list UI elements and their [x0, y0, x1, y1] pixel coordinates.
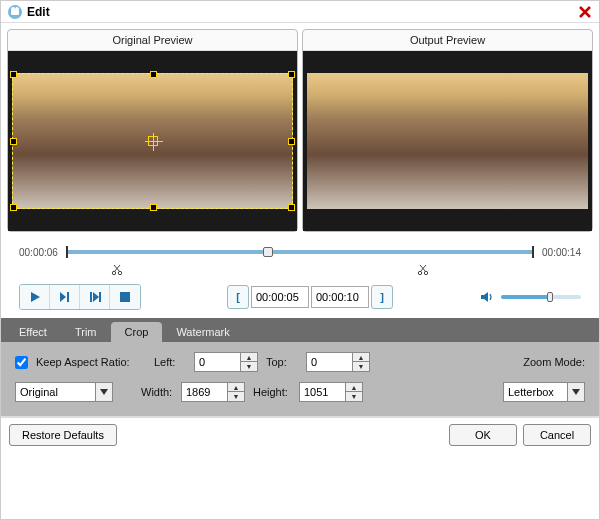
top-spin-down[interactable]: ▼ — [353, 362, 369, 371]
cancel-button[interactable]: Cancel — [523, 424, 591, 446]
zoom-combo — [503, 382, 585, 402]
stop-button[interactable] — [110, 285, 140, 309]
aspect-combo — [15, 382, 113, 402]
zoom-drop[interactable] — [567, 382, 585, 402]
step-button[interactable] — [50, 285, 80, 309]
svg-rect-10 — [99, 292, 101, 302]
height-input[interactable] — [299, 382, 345, 402]
aspect-input[interactable] — [15, 382, 95, 402]
cut-out-button[interactable] — [415, 262, 431, 278]
crop-handle-tm[interactable] — [150, 71, 157, 78]
tab-crop[interactable]: Crop — [111, 322, 163, 342]
svg-rect-9 — [90, 292, 92, 302]
crop-center-cross[interactable] — [148, 136, 158, 146]
window-title: Edit — [27, 5, 577, 19]
footer: Restore Defaults OK Cancel — [1, 416, 599, 452]
keep-aspect-label: Keep Aspect Ratio: — [36, 356, 146, 368]
top-label: Top: — [266, 356, 302, 368]
playback-group — [19, 284, 141, 310]
crop-handle-tr[interactable] — [288, 71, 295, 78]
svg-rect-8 — [67, 292, 69, 302]
keep-aspect-checkbox[interactable] — [15, 356, 28, 369]
top-spinner: ▲ ▼ — [306, 352, 370, 372]
width-spin-up[interactable]: ▲ — [228, 383, 244, 392]
app-icon — [7, 4, 23, 20]
playhead[interactable] — [263, 247, 273, 257]
left-spin-up[interactable]: ▲ — [241, 353, 257, 362]
svg-rect-11 — [120, 292, 130, 302]
crop-panel: Keep Aspect Ratio: Left: ▲ ▼ Top: ▲ ▼ — [1, 342, 599, 416]
step-icon — [58, 290, 72, 304]
left-input[interactable] — [194, 352, 240, 372]
output-preview-body — [303, 51, 592, 231]
restore-defaults-button[interactable]: Restore Defaults — [9, 424, 117, 446]
svg-point-2 — [11, 7, 15, 11]
volume-icon[interactable] — [479, 289, 495, 305]
set-out-button[interactable]: ] — [371, 285, 393, 309]
ok-button[interactable]: OK — [449, 424, 517, 446]
volume-thumb[interactable] — [547, 292, 553, 302]
crop-row-1: Keep Aspect Ratio: Left: ▲ ▼ Top: ▲ ▼ — [15, 352, 585, 372]
next-icon — [88, 290, 102, 304]
cut-in-button[interactable] — [109, 262, 125, 278]
tabs-row: Effect Trim Crop Watermark — [1, 318, 599, 342]
height-spin-down[interactable]: ▼ — [346, 392, 362, 401]
width-input[interactable] — [181, 382, 227, 402]
scissor-icon — [111, 264, 123, 276]
scissors-row — [1, 262, 599, 278]
next-button[interactable] — [80, 285, 110, 309]
height-label: Height: — [253, 386, 295, 398]
track-range[interactable] — [66, 250, 534, 254]
close-icon — [578, 5, 592, 19]
crop-handle-ml[interactable] — [10, 138, 17, 145]
in-point-value: 00:00:05 — [256, 291, 299, 303]
chevron-down-icon — [572, 389, 580, 395]
close-button[interactable] — [577, 4, 593, 20]
bracket-open-icon: [ — [236, 291, 240, 303]
original-video-frame — [12, 73, 293, 209]
output-preview-panel: Output Preview — [302, 29, 593, 232]
tab-trim[interactable]: Trim — [61, 322, 111, 342]
left-spin-down[interactable]: ▼ — [241, 362, 257, 371]
timeline: 00:00:06 00:00:14 — [1, 238, 599, 262]
original-preview-panel: Original Preview — [7, 29, 298, 232]
crop-handle-tl[interactable] — [10, 71, 17, 78]
top-spin-up[interactable]: ▲ — [353, 353, 369, 362]
preview-row: Original Preview Output Preview — [1, 23, 599, 238]
crop-handle-br[interactable] — [288, 204, 295, 211]
chevron-down-icon — [100, 389, 108, 395]
width-spin-down[interactable]: ▼ — [228, 392, 244, 401]
volume-slider[interactable] — [501, 295, 581, 299]
titlebar: Edit — [1, 1, 599, 23]
scissor-icon — [417, 264, 429, 276]
tab-watermark[interactable]: Watermark — [162, 322, 243, 342]
play-icon — [28, 290, 42, 304]
volume-control — [479, 289, 581, 305]
timeline-duration: 00:00:14 — [542, 247, 581, 258]
in-point-field[interactable]: 00:00:05 — [251, 286, 309, 308]
top-input[interactable] — [306, 352, 352, 372]
aspect-drop[interactable] — [95, 382, 113, 402]
zoom-input[interactable] — [503, 382, 567, 402]
height-spin-up[interactable]: ▲ — [346, 383, 362, 392]
width-label: Width: — [141, 386, 177, 398]
crop-rectangle[interactable] — [12, 73, 293, 209]
track-in-handle[interactable] — [66, 246, 68, 258]
controls-row: [ 00:00:05 00:00:10 ] — [1, 278, 599, 318]
left-label: Left: — [154, 356, 190, 368]
tab-effect[interactable]: Effect — [5, 322, 61, 342]
output-preview-label: Output Preview — [303, 30, 592, 51]
crop-handle-mr[interactable] — [288, 138, 295, 145]
track-out-handle[interactable] — [532, 246, 534, 258]
set-in-button[interactable]: [ — [227, 285, 249, 309]
volume-fill — [501, 295, 549, 299]
out-point-field[interactable]: 00:00:10 — [311, 286, 369, 308]
crop-handle-bl[interactable] — [10, 204, 17, 211]
trim-group: [ 00:00:05 00:00:10 ] — [227, 285, 393, 309]
original-preview-body[interactable] — [8, 51, 297, 231]
timeline-track[interactable] — [66, 244, 534, 260]
stop-icon — [119, 291, 131, 303]
crop-handle-bm[interactable] — [150, 204, 157, 211]
play-button[interactable] — [20, 285, 50, 309]
zoom-label: Zoom Mode: — [523, 356, 585, 368]
